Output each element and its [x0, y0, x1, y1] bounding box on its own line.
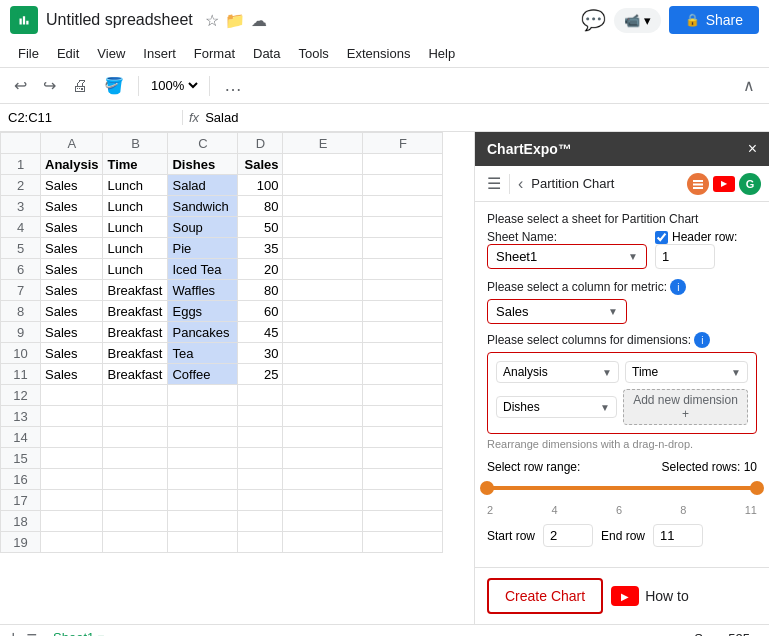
cell-10-f[interactable] — [363, 343, 443, 364]
cell-9-b[interactable]: Breakfast — [103, 322, 168, 343]
cell-17-a[interactable] — [41, 490, 103, 511]
redo-button[interactable]: ↪ — [37, 72, 62, 99]
range-thumb-right[interactable] — [750, 481, 764, 495]
dim-2-select[interactable]: Time — [632, 365, 731, 379]
cell-5-b[interactable]: Lunch — [103, 238, 168, 259]
cell-5-e[interactable] — [283, 238, 363, 259]
cell-19-b[interactable] — [103, 532, 168, 553]
cell-4-f[interactable] — [363, 217, 443, 238]
cell-9-c[interactable]: Pancakes — [168, 322, 238, 343]
cell-6-a[interactable]: Sales — [41, 259, 103, 280]
col-header-d[interactable]: D — [238, 133, 283, 154]
sheet-dropdown[interactable]: Sheet1 ▼ — [487, 244, 647, 269]
cell-8-d[interactable]: 60 — [238, 301, 283, 322]
cell-14-e[interactable] — [283, 427, 363, 448]
cell-9-f[interactable] — [363, 322, 443, 343]
row-header[interactable]: 5 — [1, 238, 41, 259]
menu-insert[interactable]: Insert — [135, 42, 184, 65]
range-thumb-left[interactable] — [480, 481, 494, 495]
cell-15-b[interactable] — [103, 448, 168, 469]
row-header[interactable]: 19 — [1, 532, 41, 553]
cell-2-e[interactable] — [283, 175, 363, 196]
cell-13-b[interactable] — [103, 406, 168, 427]
cell-1-f[interactable] — [363, 154, 443, 175]
cell-17-b[interactable] — [103, 490, 168, 511]
menu-format[interactable]: Format — [186, 42, 243, 65]
cell-9-d[interactable]: 45 — [238, 322, 283, 343]
dim-info-icon[interactable]: i — [694, 332, 710, 348]
dim-3-select[interactable]: Dishes — [503, 400, 600, 414]
cell-8-e[interactable] — [283, 301, 363, 322]
col-header-c[interactable]: C — [168, 133, 238, 154]
row-header[interactable]: 8 — [1, 301, 41, 322]
zoom-select[interactable]: 100% 75% 125% — [147, 77, 201, 94]
cell-12-f[interactable] — [363, 385, 443, 406]
cell-11-a[interactable]: Sales — [41, 364, 103, 385]
cell-6-e[interactable] — [283, 259, 363, 280]
cell-15-c[interactable] — [168, 448, 238, 469]
cell-4-d[interactable]: 50 — [238, 217, 283, 238]
cell-2-f[interactable] — [363, 175, 443, 196]
cell-2-c[interactable]: Salad — [168, 175, 238, 196]
metric-dropdown[interactable]: Sales ▼ — [487, 299, 627, 324]
cell-16-c[interactable] — [168, 469, 238, 490]
cell-12-b[interactable] — [103, 385, 168, 406]
range-slider[interactable] — [487, 478, 757, 498]
metric-info-icon[interactable]: i — [670, 279, 686, 295]
cell-8-f[interactable] — [363, 301, 443, 322]
cell-7-d[interactable]: 80 — [238, 280, 283, 301]
cell-16-b[interactable] — [103, 469, 168, 490]
cell-15-e[interactable] — [283, 448, 363, 469]
cell-6-b[interactable]: Lunch — [103, 259, 168, 280]
row-header[interactable]: 18 — [1, 511, 41, 532]
cell-4-c[interactable]: Soup — [168, 217, 238, 238]
cell-18-c[interactable] — [168, 511, 238, 532]
menu-help[interactable]: Help — [420, 42, 463, 65]
cell-13-c[interactable] — [168, 406, 238, 427]
add-dimension-button[interactable]: Add new dimension + — [623, 389, 748, 425]
cell-4-b[interactable]: Lunch — [103, 217, 168, 238]
undo-button[interactable]: ↩ — [8, 72, 33, 99]
header-row-checkbox-label[interactable]: Header row: — [655, 230, 737, 244]
cell-3-a[interactable]: Sales — [41, 196, 103, 217]
star-icon[interactable]: ☆ — [205, 11, 219, 30]
row-header[interactable]: 14 — [1, 427, 41, 448]
col-header-a[interactable]: A — [41, 133, 103, 154]
cell-10-b[interactable]: Breakfast — [103, 343, 168, 364]
cell-9-e[interactable] — [283, 322, 363, 343]
cell-10-c[interactable]: Tea — [168, 343, 238, 364]
cell-12-d[interactable] — [238, 385, 283, 406]
cell-6-f[interactable] — [363, 259, 443, 280]
cell-1-a[interactable]: Analysis — [41, 154, 103, 175]
cell-7-b[interactable]: Breakfast — [103, 280, 168, 301]
row-header[interactable]: 7 — [1, 280, 41, 301]
col-header-f[interactable]: F — [363, 133, 443, 154]
sheet-tab-sheet1[interactable]: Sheet1 ▾ — [45, 628, 112, 636]
cell-6-d[interactable]: 20 — [238, 259, 283, 280]
cell-18-b[interactable] — [103, 511, 168, 532]
row-header[interactable]: 16 — [1, 469, 41, 490]
menu-file[interactable]: File — [10, 42, 47, 65]
sum-box[interactable]: Sum: 525 ▾ — [694, 631, 761, 636]
cell-11-c[interactable]: Coffee — [168, 364, 238, 385]
paint-button[interactable]: 🪣 — [98, 72, 130, 99]
cell-1-c[interactable]: Dishes — [168, 154, 238, 175]
menu-data[interactable]: Data — [245, 42, 288, 65]
cell-1-b[interactable]: Time — [103, 154, 168, 175]
cell-3-c[interactable]: Sandwich — [168, 196, 238, 217]
collapse-button[interactable]: ∧ — [737, 72, 761, 99]
cell-11-d[interactable]: 25 — [238, 364, 283, 385]
cell-13-f[interactable] — [363, 406, 443, 427]
cell-10-e[interactable] — [283, 343, 363, 364]
panel-close-button[interactable]: × — [748, 140, 757, 158]
row-header[interactable]: 9 — [1, 322, 41, 343]
more-button[interactable]: … — [218, 71, 248, 100]
folder-icon[interactable]: 📁 — [225, 11, 245, 30]
row-header[interactable]: 11 — [1, 364, 41, 385]
cell-16-f[interactable] — [363, 469, 443, 490]
cell-9-a[interactable]: Sales — [41, 322, 103, 343]
cell-5-f[interactable] — [363, 238, 443, 259]
cell-3-f[interactable] — [363, 196, 443, 217]
cell-12-c[interactable] — [168, 385, 238, 406]
cell-1-d[interactable]: Sales — [238, 154, 283, 175]
